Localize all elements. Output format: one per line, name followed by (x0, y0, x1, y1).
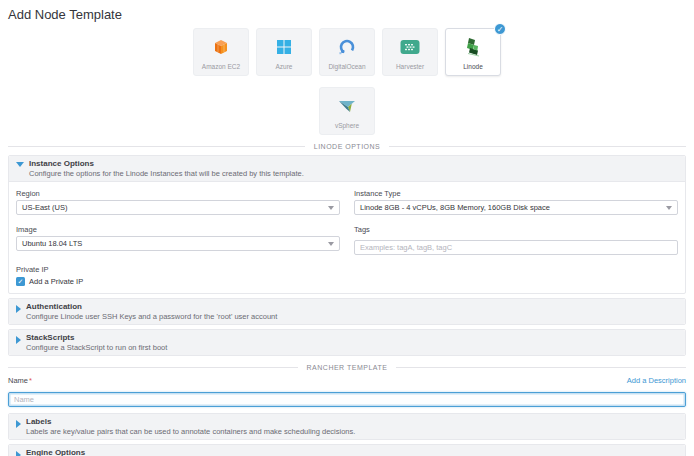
selected-check-icon: ✓ (494, 23, 506, 35)
stackscripts-section: StackScripts Configure a StackScript to … (8, 329, 686, 356)
section-title: Authentication (26, 302, 277, 311)
provider-card-label: vSphere (335, 122, 359, 130)
labels-section: Labels Labels are key/value pairs that c… (8, 413, 686, 440)
provider-card-vsphere[interactable]: vSphere (319, 87, 375, 135)
caret-right-icon (16, 336, 21, 344)
caret-right-icon (16, 420, 21, 428)
provider-cards-row-1: Amazon EC2 Azure DigitalOcean Harvester … (8, 28, 686, 76)
provider-cards-row-2: vSphere (8, 87, 686, 135)
provider-card-label: Harvester (396, 63, 424, 71)
digitalocean-icon (338, 36, 356, 58)
authentication-section: Authentication Configure Linode user SSH… (8, 298, 686, 325)
section-title: Engine Options (26, 448, 195, 456)
add-private-ip-checkbox-row[interactable]: ✓ Add a Private IP (16, 277, 678, 286)
required-marker: * (29, 376, 32, 385)
name-input[interactable] (8, 392, 686, 407)
region-select[interactable]: US-East (US) (16, 200, 340, 215)
image-field: Image Ubuntu 18.04 LTS (16, 225, 340, 255)
instance-options-header[interactable]: Instance Options Configure the options f… (9, 156, 685, 182)
linode-options-heading: LINODE OPTIONS (314, 142, 381, 151)
provider-card-label: Azure (276, 63, 293, 71)
tags-field: Tags (354, 225, 678, 255)
section-subtitle: Configure a StackScript to run on first … (26, 343, 167, 352)
provider-card-label: Amazon EC2 (202, 63, 240, 71)
private-ip-field: Private IP ✓ Add a Private IP (16, 265, 678, 286)
provider-card-label: DigitalOcean (328, 63, 365, 71)
amazon-ec2-icon (212, 36, 230, 58)
section-title: Labels (26, 417, 355, 426)
rancher-template-heading: RANCHER TEMPLATE (307, 363, 388, 372)
tags-label: Tags (354, 225, 678, 234)
linode-icon (464, 36, 482, 58)
name-label: Name* (8, 376, 32, 385)
section-title: StackScripts (26, 333, 167, 342)
azure-icon (276, 36, 292, 58)
section-title: Instance Options (29, 159, 304, 168)
image-select[interactable]: Ubuntu 18.04 LTS (16, 236, 340, 251)
add-description-link[interactable]: Add a Description (627, 376, 686, 385)
caret-down-icon (16, 162, 24, 167)
chevron-down-icon (328, 206, 334, 210)
authentication-header[interactable]: Authentication Configure Linode user SSH… (9, 299, 685, 324)
labels-header[interactable]: Labels Labels are key/value pairs that c… (9, 414, 685, 439)
image-select-value: Ubuntu 18.04 LTS (22, 239, 82, 248)
region-field: Region US-East (US) (16, 189, 340, 215)
private-ip-label: Private IP (16, 265, 678, 274)
name-row: Name* Add a Description (8, 376, 686, 385)
section-subtitle: Configure Linode user SSH Keys and a pas… (26, 312, 277, 321)
page-title: Add Node Template (8, 8, 686, 22)
rancher-template-divider: RANCHER TEMPLATE (8, 363, 686, 372)
provider-card-amazon-ec2[interactable]: Amazon EC2 (193, 28, 249, 76)
caret-right-icon (16, 305, 21, 313)
section-subtitle: Labels are key/value pairs that can be u… (26, 427, 355, 436)
provider-card-linode[interactable]: ✓ Linode (445, 28, 501, 76)
name-input-wrap (8, 388, 686, 407)
instance-type-select-value: Linode 8GB - 4 vCPUs, 8GB Memory, 160GB … (360, 203, 550, 212)
provider-card-label: Linode (463, 63, 483, 71)
vsphere-icon (337, 95, 357, 117)
engine-options-header[interactable]: Engine Options Customize the configurati… (9, 445, 685, 456)
tags-input[interactable] (354, 240, 678, 255)
instance-type-field: Instance Type Linode 8GB - 4 vCPUs, 8GB … (354, 189, 678, 215)
harvester-icon (400, 36, 420, 58)
instance-type-select[interactable]: Linode 8GB - 4 vCPUs, 8GB Memory, 160GB … (354, 200, 678, 215)
instance-options-body: Region US-East (US) Instance Type Linode… (9, 182, 685, 293)
image-label: Image (16, 225, 340, 234)
provider-card-azure[interactable]: Azure (256, 28, 312, 76)
stackscripts-header[interactable]: StackScripts Configure a StackScript to … (9, 330, 685, 355)
linode-options-divider: LINODE OPTIONS (8, 142, 686, 151)
caret-right-icon (16, 451, 21, 456)
instance-options-section: Instance Options Configure the options f… (8, 155, 686, 294)
engine-options-section: Engine Options Customize the configurati… (8, 444, 686, 456)
chevron-down-icon (666, 206, 672, 210)
section-subtitle: Configure the options for the Linode Ins… (29, 169, 304, 178)
add-private-ip-checkbox-label: Add a Private IP (29, 277, 83, 286)
provider-card-digitalocean[interactable]: DigitalOcean (319, 28, 375, 76)
region-select-value: US-East (US) (22, 203, 67, 212)
chevron-down-icon (328, 242, 334, 246)
provider-card-harvester[interactable]: Harvester (382, 28, 438, 76)
region-label: Region (16, 189, 340, 198)
instance-type-label: Instance Type (354, 189, 678, 198)
checkbox-checked-icon[interactable]: ✓ (16, 277, 25, 286)
